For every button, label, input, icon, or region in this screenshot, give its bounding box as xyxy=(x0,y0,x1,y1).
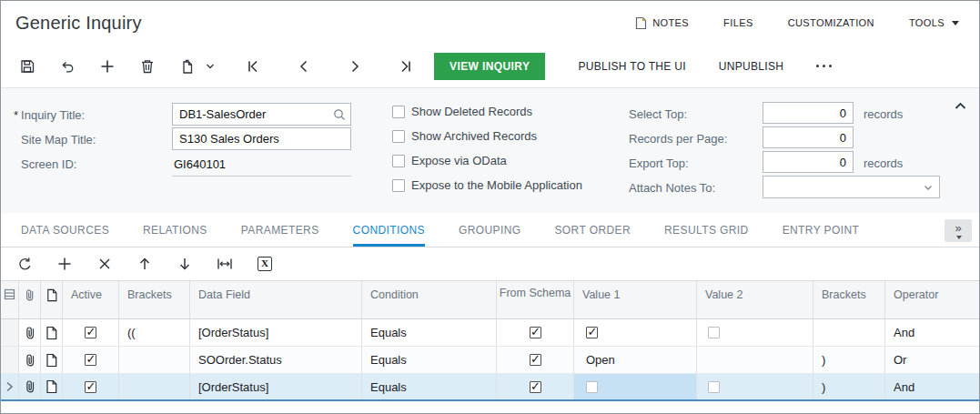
cell-value-1[interactable] xyxy=(574,374,697,399)
go-next-button[interactable] xyxy=(341,53,369,80)
column-header-value-1-5[interactable]: Value 1 xyxy=(574,281,697,318)
records-per-page-input[interactable] xyxy=(763,126,854,148)
cell-value-2[interactable] xyxy=(697,347,813,373)
tab-relations[interactable]: RELATIONS xyxy=(143,213,207,247)
paperclip-icon[interactable] xyxy=(24,326,36,340)
document-icon[interactable] xyxy=(45,353,58,368)
cell-operator[interactable]: Or xyxy=(885,347,980,373)
cell-brackets-close[interactable]: ) xyxy=(813,374,885,399)
note-cell[interactable] xyxy=(41,374,63,399)
attachment-cell[interactable] xyxy=(19,374,41,399)
column-header-brackets-7[interactable]: Brackets xyxy=(813,281,885,318)
undo-button[interactable] xyxy=(54,53,81,80)
cell-value-1[interactable] xyxy=(574,319,697,346)
value-2-checkbox[interactable] xyxy=(708,327,720,338)
go-last-button[interactable] xyxy=(392,53,419,80)
cell-brackets-open[interactable] xyxy=(119,374,190,399)
cell-brackets-close[interactable] xyxy=(813,319,885,346)
attachment-cell[interactable] xyxy=(19,347,41,373)
column-header-condition-3[interactable]: Condition xyxy=(362,281,497,318)
from-schema-checkbox[interactable] xyxy=(530,327,541,338)
go-first-button[interactable] xyxy=(239,53,267,80)
export-to-excel-button[interactable]: X xyxy=(252,252,278,276)
document-icon[interactable] xyxy=(45,326,58,340)
column-header-from-schema-4[interactable]: From Schema xyxy=(497,281,574,318)
option-expose-to-the-mobile-application[interactable]: Expose to the Mobile Application xyxy=(392,178,582,192)
cell-value-2[interactable] xyxy=(697,374,813,399)
notes-button[interactable]: NOTES xyxy=(635,16,689,30)
row-selector-cell[interactable] xyxy=(1,319,19,346)
tab-conditions[interactable]: CONDITIONS xyxy=(353,213,425,247)
cell-data-field[interactable]: [OrderStatus] xyxy=(190,319,362,346)
value-2-checkbox[interactable] xyxy=(708,381,720,393)
cell-value-1[interactable]: Open xyxy=(574,347,697,373)
column-header-brackets-1[interactable]: Brackets xyxy=(119,281,190,318)
option-expose-via-odata[interactable]: Expose via OData xyxy=(392,154,507,167)
copy-paste-button[interactable] xyxy=(174,53,201,80)
document-icon[interactable] xyxy=(45,379,58,394)
tab-entry-point[interactable]: ENTRY POINT xyxy=(783,213,860,247)
grid-row-2[interactable]: SOOrder.StatusEqualsOpen)Or xyxy=(1,347,979,374)
paperclip-icon[interactable] xyxy=(24,353,36,368)
tools-menu-button[interactable]: TOOLS xyxy=(909,17,959,28)
paperclip-icon[interactable] xyxy=(24,379,36,394)
from-schema-checkbox[interactable] xyxy=(530,354,541,366)
cell-active[interactable] xyxy=(63,347,119,373)
tab-results-grid[interactable]: RESULTS GRID xyxy=(664,213,749,247)
move-row-down-button[interactable] xyxy=(172,252,197,276)
collapse-panel-button[interactable] xyxy=(955,97,966,114)
show-deleted-records-checkbox[interactable] xyxy=(392,106,405,118)
column-header-value-2-6[interactable]: Value 2 xyxy=(697,281,813,318)
cell-active[interactable] xyxy=(63,319,119,346)
column-header-data-field-2[interactable]: Data Field xyxy=(190,281,362,318)
grid-row-1[interactable]: (([OrderStatus]EqualsAnd xyxy=(1,319,979,347)
row-selector-cell[interactable] xyxy=(1,374,19,399)
delete-button[interactable] xyxy=(134,53,161,80)
note-cell[interactable] xyxy=(41,319,63,346)
select-top-input[interactable] xyxy=(763,102,854,124)
cell-data-field[interactable]: [OrderStatus] xyxy=(190,374,362,399)
cell-condition[interactable]: Equals xyxy=(362,319,497,346)
active-checkbox[interactable] xyxy=(85,327,96,338)
tab-sort-order[interactable]: SORT ORDER xyxy=(554,213,631,247)
cell-from-schema[interactable] xyxy=(497,374,574,399)
column-header-active-0[interactable]: Active xyxy=(63,281,119,318)
column-header-operator-8[interactable]: Operator xyxy=(885,281,980,318)
cell-from-schema[interactable] xyxy=(497,347,574,373)
save-button[interactable] xyxy=(14,53,41,80)
customization-button[interactable]: CUSTOMIZATION xyxy=(788,17,874,28)
from-schema-checkbox[interactable] xyxy=(530,381,541,393)
expose-via-odata-checkbox[interactable] xyxy=(392,155,405,167)
unpublish-button[interactable]: UNPUBLISH xyxy=(719,60,783,73)
cell-condition[interactable]: Equals xyxy=(362,347,497,373)
grid-row-3[interactable]: [OrderStatus]Equals)And xyxy=(1,374,979,401)
site-map-title-input[interactable] xyxy=(172,127,351,150)
add-row-button[interactable] xyxy=(52,252,77,276)
cell-brackets-open[interactable] xyxy=(119,347,190,373)
expose-to-the-mobile-application-checkbox[interactable] xyxy=(392,179,405,192)
cell-brackets-close[interactable]: ) xyxy=(813,347,885,373)
files-button[interactable]: FILES xyxy=(723,17,753,28)
active-checkbox[interactable] xyxy=(85,354,96,366)
add-button[interactable] xyxy=(94,53,121,80)
cell-from-schema[interactable] xyxy=(497,319,574,346)
tab-parameters[interactable]: PARAMETERS xyxy=(241,213,319,247)
cell-condition[interactable]: Equals xyxy=(362,374,497,399)
go-previous-button[interactable] xyxy=(290,53,318,80)
refresh-button[interactable] xyxy=(12,252,37,276)
cell-operator[interactable]: And xyxy=(885,319,980,346)
show-archived-records-checkbox[interactable] xyxy=(392,130,405,143)
tab-overflow-button[interactable]: » xyxy=(945,219,972,242)
value-1-checkbox[interactable] xyxy=(586,381,598,393)
export-top-input[interactable] xyxy=(763,151,854,173)
value-1-checkbox[interactable] xyxy=(586,327,598,338)
move-row-up-button[interactable] xyxy=(132,252,157,276)
tab-data-sources[interactable]: DATA SOURCES xyxy=(21,213,109,247)
notes-column-header[interactable] xyxy=(41,281,63,318)
option-show-archived-records[interactable]: Show Archived Records xyxy=(392,129,537,143)
tab-grouping[interactable]: GROUPING xyxy=(459,213,521,247)
fit-to-screen-button[interactable] xyxy=(212,252,237,276)
delete-row-button[interactable] xyxy=(92,252,117,276)
active-checkbox[interactable] xyxy=(85,381,96,393)
row-selector-cell[interactable] xyxy=(1,347,19,373)
